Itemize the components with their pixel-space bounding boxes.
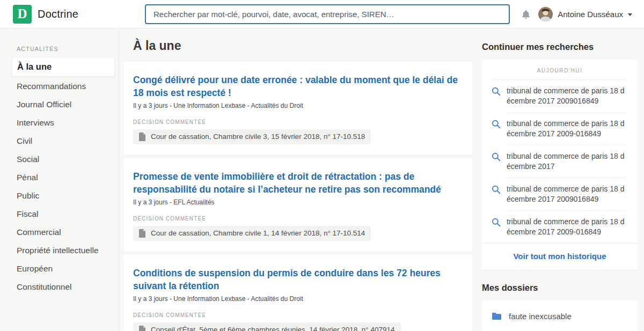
article-meta: Il y a 3 jours - EFL Actualités bbox=[133, 198, 463, 206]
history-query: tribunal de commerce de paris 18 décembr… bbox=[507, 86, 628, 113]
article-title-link[interactable]: Conditions de suspension du permis de co… bbox=[133, 267, 463, 292]
search-icon bbox=[492, 185, 501, 194]
main-content: À la une Congé délivré pour une date err… bbox=[123, 29, 472, 331]
decision-chip[interactable]: Conseil d'État, 5ème et 6ème chambres ré… bbox=[133, 322, 401, 331]
user-name: Antoine Dusséaux bbox=[558, 10, 623, 19]
folder-icon bbox=[492, 312, 502, 320]
history-item[interactable]: tribunal de commerce de paris 18 décembr… bbox=[492, 80, 628, 113]
folders-title: Mes dossiers bbox=[482, 283, 638, 293]
sidebar-item-commercial[interactable]: Commercial bbox=[12, 224, 115, 241]
doctrine-logo[interactable]: D Doctrine bbox=[13, 5, 78, 24]
article-title-link[interactable]: Promesse de vente immobilière et droit d… bbox=[133, 170, 463, 196]
sidebar: ACTUALITÉS À la une Recommandations Jour… bbox=[0, 29, 119, 331]
sidebar-item-social[interactable]: Social bbox=[12, 151, 115, 168]
decision-chip[interactable]: Cour de cassation, Chambre civile 1, 14 … bbox=[133, 226, 371, 241]
doctrine-logo-icon: D bbox=[13, 5, 32, 24]
decision-chip-label: Conseil d'État, 5ème et 6ème chambres ré… bbox=[151, 326, 395, 331]
history-query: tribunal de commerce de paris 18 décembr… bbox=[507, 151, 628, 178]
page-title: À la une bbox=[133, 39, 472, 53]
right-sidebar: Continuer mes recherches AUJOURD'HUI tri… bbox=[482, 29, 638, 331]
history-query: tribunal de commerce de paris 18 décembr… bbox=[507, 217, 628, 243]
decision-chip-label: Cour de cassation, Chambre civile 3, 15 … bbox=[151, 133, 365, 141]
history-card: AUJOURD'HUI tribunal de commerce de pari… bbox=[482, 60, 638, 270]
sidebar-item-europeen[interactable]: Européen bbox=[12, 260, 115, 277]
avatar bbox=[538, 7, 553, 21]
history-query: tribunal de commerce de paris 18 décembr… bbox=[507, 119, 628, 145]
history-item[interactable]: tribunal de commerce de paris 18 décembr… bbox=[492, 145, 628, 178]
sidebar-item-constitutionnel[interactable]: Constitutionnel bbox=[12, 278, 115, 296]
article-card: Conditions de suspension du permis de co… bbox=[123, 255, 472, 331]
history-item[interactable]: tribunal de commerce de paris 18 décembr… bbox=[492, 178, 628, 211]
decision-section-label: DÉCISION COMMENTÉE bbox=[133, 216, 463, 222]
search-icon bbox=[492, 152, 501, 161]
article-title-link[interactable]: Congé délivré pour une date erronée : va… bbox=[133, 73, 463, 99]
search-input[interactable] bbox=[145, 4, 510, 24]
decision-section-label: DÉCISION COMMENTÉE bbox=[133, 312, 463, 318]
sidebar-item-propriete-intellectuelle[interactable]: Propriété intellectuelle bbox=[12, 242, 115, 259]
document-icon bbox=[139, 133, 146, 141]
sidebar-section-label: ACTUALITÉS bbox=[17, 46, 119, 52]
decision-chip-label: Cour de cassation, Chambre civile 1, 14 … bbox=[151, 229, 365, 238]
brand-wordmark: Doctrine bbox=[38, 8, 78, 20]
sidebar-item-fiscal[interactable]: Fiscal bbox=[12, 205, 115, 223]
document-icon bbox=[139, 326, 146, 331]
sidebar-item-public[interactable]: Public bbox=[12, 187, 115, 204]
sidebar-item-recommandations[interactable]: Recommandations bbox=[12, 78, 115, 95]
sidebar-item-a-la-une[interactable]: À la une bbox=[12, 57, 115, 77]
history-query: tribunal de commerce de paris 18 décembr… bbox=[507, 184, 628, 211]
history-item[interactable]: tribunal de commerce de paris 18 décembr… bbox=[492, 211, 628, 243]
header-right: Antoine Dusséaux bbox=[521, 0, 632, 28]
history-see-all-link[interactable]: Voir tout mon historique bbox=[482, 243, 638, 270]
decision-chip[interactable]: Cour de cassation, Chambre civile 3, 15 … bbox=[133, 129, 371, 144]
article-meta: Il y a 3 jours - Une Information Lexbase… bbox=[133, 102, 463, 109]
decision-section-label: DÉCISION COMMENTÉE bbox=[133, 119, 463, 125]
article-card: Congé délivré pour une date erronée : va… bbox=[123, 62, 472, 155]
sidebar-item-civil[interactable]: Civil bbox=[12, 133, 115, 150]
history-item[interactable]: tribunal de commerce de paris 18 décembr… bbox=[492, 113, 628, 145]
chevron-down-icon bbox=[628, 13, 632, 16]
search-icon bbox=[492, 120, 501, 129]
history-group-label: AUJOURD'HUI bbox=[492, 60, 628, 80]
folder-item[interactable]: faute inexcusable bbox=[482, 300, 638, 331]
folders-card: faute inexcusable bbox=[482, 300, 638, 331]
document-icon bbox=[139, 229, 146, 238]
search-icon bbox=[492, 87, 501, 96]
bell-icon[interactable] bbox=[521, 9, 531, 20]
app-header: D Doctrine Antoine Dusséaux bbox=[0, 0, 644, 28]
sidebar-item-interviews[interactable]: Interviews bbox=[12, 114, 115, 131]
sidebar-item-journal-officiel[interactable]: Journal Officiel bbox=[12, 96, 115, 113]
sidebar-item-penal[interactable]: Pénal bbox=[12, 169, 115, 186]
search-icon bbox=[492, 218, 501, 227]
folder-name: faute inexcusable bbox=[509, 312, 572, 321]
article-meta: Il y a 3 jours - Une Information Lexbase… bbox=[133, 295, 463, 303]
history-title: Continuer mes recherches bbox=[482, 42, 638, 52]
article-card: Promesse de vente immobilière et droit d… bbox=[123, 158, 472, 252]
user-menu[interactable]: Antoine Dusséaux bbox=[538, 7, 632, 21]
